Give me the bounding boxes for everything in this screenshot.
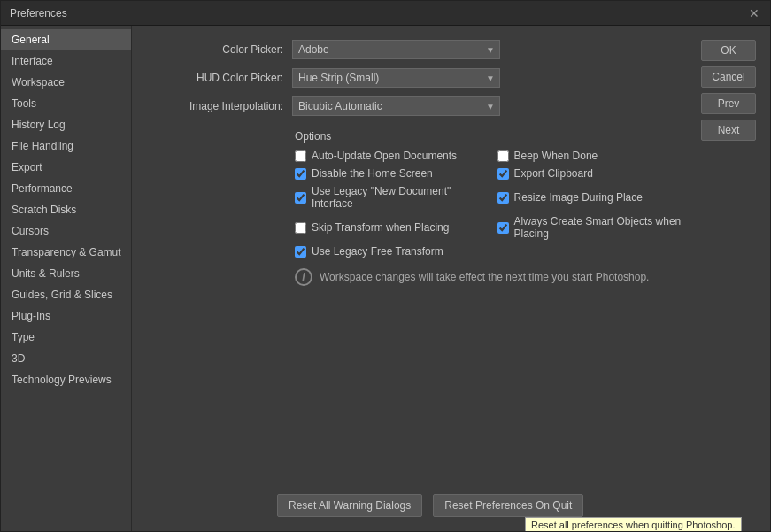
hud-color-picker-wrapper: Hue Strip (Small) Hue Strip (Medium) Hue… (292, 68, 500, 88)
sidebar-item-tools[interactable]: Tools (1, 93, 131, 114)
hud-color-picker-row: HUD Color Picker: Hue Strip (Small) Hue … (146, 68, 682, 88)
hud-color-picker-select[interactable]: Hue Strip (Small) Hue Strip (Medium) Hue… (292, 68, 500, 88)
close-button[interactable]: ✕ (747, 6, 761, 20)
info-icon: i (295, 268, 312, 286)
checkbox-legacy-free-transform[interactable]: Use Legacy Free Transform (295, 245, 480, 258)
legacy-free-transform-label: Use Legacy Free Transform (312, 245, 443, 258)
checkbox-beep[interactable]: Beep When Done (497, 150, 682, 162)
sidebar-item-guides-grid-slices[interactable]: Guides, Grid & Slices (1, 284, 131, 305)
color-picker-select[interactable]: Adobe Windows (292, 40, 500, 59)
action-buttons: OK Cancel Prev Next (701, 40, 756, 141)
sidebar-item-type[interactable]: Type (1, 327, 131, 348)
beep-label: Beep When Done (514, 150, 598, 162)
reset-prefs-button[interactable]: Reset Preferences On Quit (433, 494, 583, 517)
checkbox-resize-image[interactable]: Resize Image During Place (497, 185, 682, 210)
auto-update-checkbox[interactable] (295, 150, 306, 162)
sidebar-item-history-log[interactable]: History Log (1, 114, 131, 135)
sidebar-item-scratch-disks[interactable]: Scratch Disks (1, 199, 131, 220)
color-picker-wrapper: Adobe Windows ▼ (292, 40, 500, 59)
legacy-free-transform-checkbox[interactable] (295, 246, 306, 258)
image-interpolation-select[interactable]: Bicubic Automatic Nearest Neighbor Bilin… (292, 96, 500, 116)
checkbox-legacy-new-doc[interactable]: Use Legacy "New Document" Interface (295, 185, 480, 210)
image-interpolation-wrapper: Bicubic Automatic Nearest Neighbor Bilin… (292, 96, 500, 116)
checkbox-always-smart[interactable]: Always Create Smart Objects when Placing (497, 215, 682, 240)
always-smart-checkbox[interactable] (497, 222, 509, 234)
disable-home-checkbox[interactable] (295, 168, 306, 180)
sidebar-item-units-rulers[interactable]: Units & Rulers (1, 263, 131, 284)
color-picker-label: Color Picker: (146, 43, 283, 56)
resize-image-checkbox[interactable] (497, 192, 509, 204)
main-content: GeneralInterfaceWorkspaceToolsHistory Lo… (1, 26, 770, 531)
image-interpolation-label: Image Interpolation: (146, 100, 283, 112)
skip-transform-label: Skip Transform when Placing (312, 221, 449, 234)
preferences-window: Preferences ✕ GeneralInterfaceWorkspaceT… (0, 0, 771, 532)
hud-color-picker-label: HUD Color Picker: (146, 72, 283, 84)
reset-warning-button[interactable]: Reset All Warning Dialogs (277, 494, 422, 517)
window-title: Preferences (10, 7, 67, 19)
sidebar-item-technology-previews[interactable]: Technology Previews (1, 369, 131, 390)
checkbox-export-clipboard[interactable]: Export Clipboard (497, 167, 682, 180)
info-row: i Workspace changes will take effect the… (295, 268, 682, 286)
options-grid: Auto-Update Open Documents Beep When Don… (295, 150, 682, 258)
skip-transform-checkbox[interactable] (295, 222, 306, 234)
sidebar-item-general[interactable]: General (1, 29, 131, 50)
form-section: Color Picker: Adobe Windows ▼ HUD Color … (146, 40, 682, 125)
sidebar-item-3d[interactable]: 3D (1, 348, 131, 369)
always-smart-label: Always Create Smart Objects when Placing (514, 215, 682, 240)
image-interpolation-row: Image Interpolation: Bicubic Automatic N… (146, 96, 682, 116)
reset-prefs-tooltip: Reset all preferences when quitting Phot… (525, 517, 742, 531)
legacy-new-doc-label: Use Legacy "New Document" Interface (312, 185, 480, 210)
auto-update-label: Auto-Update Open Documents (312, 150, 457, 162)
sidebar-item-cursors[interactable]: Cursors (1, 220, 131, 242)
disable-home-label: Disable the Home Screen (312, 167, 433, 180)
ok-button[interactable]: OK (701, 40, 756, 61)
export-clipboard-checkbox[interactable] (497, 168, 509, 180)
checkbox-auto-update[interactable]: Auto-Update Open Documents (295, 150, 480, 162)
title-bar: Preferences ✕ (1, 1, 770, 26)
sidebar-item-interface[interactable]: Interface (1, 50, 131, 72)
legacy-new-doc-checkbox[interactable] (295, 192, 306, 204)
checkbox-disable-home[interactable]: Disable the Home Screen (295, 167, 480, 180)
sidebar: GeneralInterfaceWorkspaceToolsHistory Lo… (1, 26, 132, 531)
sidebar-item-workspace[interactable]: Workspace (1, 72, 131, 93)
sidebar-item-export[interactable]: Export (1, 157, 131, 178)
next-button[interactable]: Next (701, 120, 756, 141)
info-text: Workspace changes will take effect the n… (320, 271, 649, 283)
color-picker-row: Color Picker: Adobe Windows ▼ (146, 40, 682, 59)
sidebar-item-performance[interactable]: Performance (1, 178, 131, 199)
prev-button[interactable]: Prev (701, 93, 756, 114)
cancel-button[interactable]: Cancel (701, 66, 756, 88)
sidebar-item-transparency-gamut[interactable]: Transparency & Gamut (1, 242, 131, 263)
panel: OK Cancel Prev Next Color Picker: Adobe … (132, 26, 770, 531)
beep-checkbox[interactable] (497, 150, 509, 162)
bottom-section: Reset All Warning Dialogs Reset Preferen… (277, 476, 752, 517)
sidebar-item-file-handling[interactable]: File Handling (1, 135, 131, 157)
export-clipboard-label: Export Clipboard (514, 167, 593, 180)
resize-image-label: Resize Image During Place (514, 191, 643, 204)
options-label: Options (295, 130, 752, 143)
checkbox-skip-transform[interactable]: Skip Transform when Placing (295, 215, 480, 240)
sidebar-item-plug-ins[interactable]: Plug-Ins (1, 305, 131, 327)
